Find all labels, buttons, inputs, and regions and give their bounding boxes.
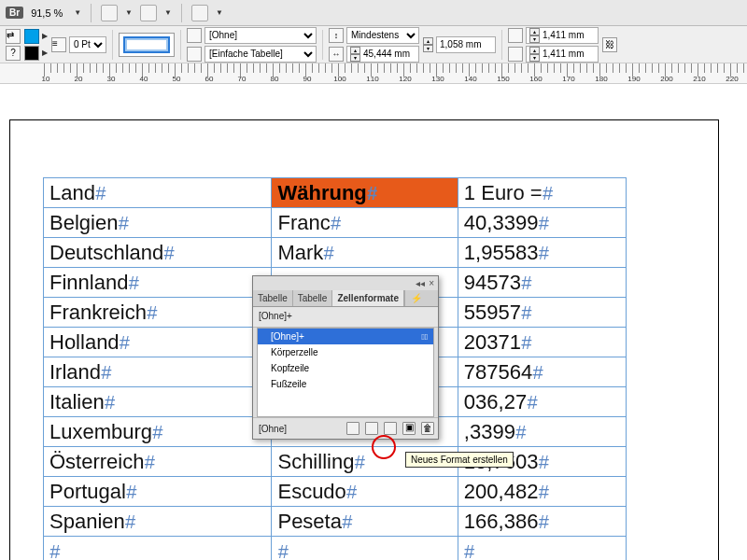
style-list[interactable]: [Ohne]+ ✎⃠ Körperzelle Kopfzeile Fußzeil… <box>257 328 434 417</box>
table-cell[interactable]: 1,95583# <box>458 238 626 268</box>
top-toolbar: Br ▼ ▼ ▼ ▼ <box>0 0 747 26</box>
table-cell[interactable]: 036,27# <box>458 387 626 417</box>
table-cell[interactable]: Luxemburg# <box>44 417 272 447</box>
close-icon[interactable]: × <box>429 278 434 288</box>
row-height-field[interactable]: 1,058 mm <box>436 36 496 53</box>
group-icon[interactable] <box>346 422 359 435</box>
inset-top-field[interactable]: ▴▾ 1,411 mm <box>526 27 599 44</box>
table-cell[interactable]: Finnland# <box>44 268 272 298</box>
horizontal-ruler[interactable]: 1020304050607080901001101201301401501601… <box>0 63 747 84</box>
new-style-icon[interactable]: ▣ <box>402 422 416 435</box>
border-proxy[interactable] <box>119 33 175 57</box>
table-cell[interactable]: Escudo# <box>272 477 458 507</box>
inset-top-icon <box>508 28 523 43</box>
table-header-cell[interactable]: Land# <box>44 178 272 208</box>
fill-swatch[interactable] <box>24 29 39 44</box>
help-icon[interactable]: ? <box>6 46 21 61</box>
inset-bottom-field[interactable]: ▴▾ 1,411 mm <box>526 46 599 63</box>
link-insets-icon[interactable]: ⛓ <box>602 37 617 52</box>
bridge-button[interactable]: Br <box>6 7 23 19</box>
table-cell[interactable]: # <box>44 537 272 561</box>
chevron-down-icon[interactable]: ▼ <box>74 8 81 17</box>
zoom-input[interactable] <box>31 7 72 19</box>
table-header-cell[interactable]: Währung# <box>272 178 458 208</box>
cell-style-select[interactable]: [Ohne] <box>204 27 317 44</box>
footer-style-label: [Ohne] <box>259 424 287 434</box>
step-up-icon[interactable]: ▴ <box>529 28 540 35</box>
zoom-field[interactable]: ▼ <box>31 7 81 19</box>
style-item-none[interactable]: [Ohne]+ ✎⃠ <box>258 329 433 344</box>
table-cell[interactable]: 20371# <box>458 328 626 357</box>
trash-icon[interactable]: 🗑 <box>421 422 434 435</box>
table-cell[interactable]: Italien# <box>44 387 272 417</box>
table-cell[interactable]: 40,3399# <box>458 208 626 238</box>
table-cell[interactable]: 166,386# <box>458 507 626 537</box>
row-height-mode[interactable]: Mindestens <box>346 27 419 44</box>
panel-tabs: Tabelle Tabelle Zellenformate ⚡ <box>253 290 438 307</box>
stroke-weight-icon: ≡ <box>51 37 66 52</box>
inset-bottom-icon <box>508 47 523 62</box>
chevron-down-icon[interactable]: ▼ <box>125 8 133 17</box>
chevron-down-icon[interactable]: ▼ <box>216 8 223 17</box>
control-bar: ⇄ ? ▶ ▶ ≡ 0 Pt [Ohne] [Einfache Tabelle]… <box>0 26 747 63</box>
step-up-icon[interactable]: ▴ <box>423 37 433 45</box>
row-height-icon: ↕ <box>329 28 344 43</box>
style-options-icon[interactable] <box>384 422 397 435</box>
table-cell[interactable]: Österreich# <box>44 447 272 477</box>
step-up-icon[interactable]: ▴ <box>529 47 540 54</box>
table-cell[interactable]: Spanien# <box>44 507 272 537</box>
table-style-icon <box>187 47 202 62</box>
view-options-icon[interactable] <box>101 5 118 21</box>
table-cell[interactable]: ,3399# <box>458 417 626 447</box>
style-item-footer[interactable]: Fußzeile <box>258 376 433 392</box>
table-cell[interactable]: Franc# <box>272 208 458 238</box>
cell-formats-panel[interactable]: ◂◂ × Tabelle Tabelle Zellenformate ⚡ [Oh… <box>252 275 439 440</box>
col-width-field[interactable]: ▴▾ 45,444 mm <box>346 46 419 63</box>
chevron-down-icon[interactable]: ▶ <box>42 49 48 57</box>
table-cell[interactable]: 55957# <box>458 298 626 328</box>
table-cell[interactable]: Mark# <box>272 238 458 268</box>
table-cell[interactable]: 94573# <box>458 268 626 298</box>
step-down-icon[interactable]: ▾ <box>529 54 540 62</box>
no-edit-icon: ✎⃠ <box>421 332 428 342</box>
tab-zellenformate[interactable]: Zellenformate <box>332 290 404 306</box>
clear-overrides-icon[interactable] <box>365 422 378 435</box>
tab-tabelle-1[interactable]: Tabelle <box>253 290 293 306</box>
collapse-icon[interactable]: ◂◂ <box>416 278 425 288</box>
col-width-icon: ↔ <box>329 47 344 62</box>
panel-footer: [Ohne] ▣ 🗑 <box>253 417 438 439</box>
step-down-icon[interactable]: ▾ <box>350 54 360 62</box>
current-style-crumb: [Ohne]+ <box>253 307 438 328</box>
step-up-icon[interactable]: ▴ <box>350 47 360 54</box>
chevron-down-icon[interactable]: ▼ <box>164 8 172 17</box>
table-header-cell[interactable]: 1 Euro =# <box>458 178 626 208</box>
arrange-icon[interactable] <box>191 5 208 21</box>
quick-apply-icon[interactable]: ⚡ <box>404 290 428 306</box>
table-cell[interactable]: Deutschland# <box>44 238 272 268</box>
style-item-body[interactable]: Körperzelle <box>258 344 433 360</box>
table-cell[interactable]: Belgien# <box>44 208 272 238</box>
stroke-weight-select[interactable]: 0 Pt <box>69 36 106 53</box>
table-cell[interactable]: Peseta# <box>272 507 458 537</box>
table-cell[interactable]: # <box>272 537 458 561</box>
swap-fill-stroke-icon[interactable]: ⇄ <box>6 29 21 44</box>
tooltip: Neues Format erstellen <box>405 452 514 468</box>
table-cell[interactable]: Frankreich# <box>44 298 272 328</box>
table-cell[interactable]: Holland# <box>44 328 272 357</box>
table-cell[interactable]: # <box>458 537 626 561</box>
table-cell[interactable]: 787564# <box>458 357 626 387</box>
table-style-select[interactable]: [Einfache Tabelle] <box>204 46 317 63</box>
cell-style-icon <box>187 28 202 43</box>
table-cell[interactable]: Portugal# <box>44 477 272 507</box>
table-cell[interactable]: Irland# <box>44 357 272 387</box>
screen-mode-icon[interactable] <box>140 5 157 21</box>
stroke-swatch[interactable] <box>24 46 39 61</box>
style-item-header[interactable]: Kopfzeile <box>258 360 433 376</box>
chevron-down-icon[interactable]: ▶ <box>42 32 48 40</box>
step-down-icon[interactable]: ▾ <box>423 45 433 52</box>
tab-tabelle-2[interactable]: Tabelle <box>293 290 333 306</box>
table-cell[interactable]: 200,482# <box>458 477 626 507</box>
step-down-icon[interactable]: ▾ <box>529 35 540 43</box>
